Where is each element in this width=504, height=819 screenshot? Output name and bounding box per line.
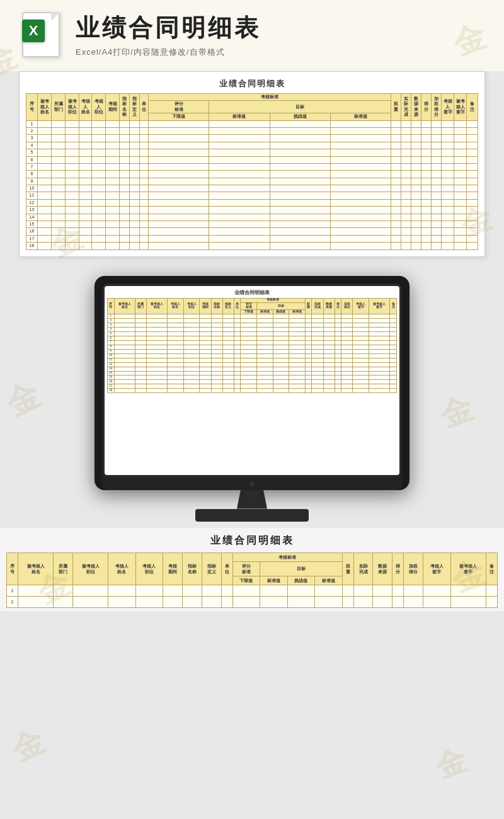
row-cell (454, 235, 467, 242)
row-cell (106, 163, 120, 170)
table-row: 6 (26, 156, 478, 163)
row-cell (66, 135, 79, 142)
row-cell (442, 149, 454, 156)
row-cell (66, 214, 79, 220)
row-cell (401, 163, 411, 170)
row-cell (120, 243, 130, 249)
col-score-challenge: 挑战值 (270, 113, 330, 120)
row-cell (454, 228, 467, 235)
row-cell (454, 207, 467, 214)
row-cell (401, 207, 411, 214)
monitor-table-row: 3 (108, 323, 397, 328)
row-cell (209, 228, 270, 235)
row-cell (120, 149, 130, 156)
row-cell (79, 185, 92, 192)
row-cell (421, 142, 432, 149)
row-cell (130, 221, 140, 228)
row-cell (66, 156, 79, 163)
col-indicator-name: 指标名称 (120, 94, 130, 121)
row-cell (391, 178, 401, 185)
row-cell (130, 127, 140, 134)
row-cell (401, 199, 411, 206)
row-cell (66, 199, 79, 206)
bt-target: 标准值 (260, 576, 287, 585)
row-cell (467, 127, 478, 134)
row-cell (454, 214, 467, 220)
monitor-screen-border: 业绩合同明细表 序号 被考核人姓名 所属部门 被考核人职位 考核人姓名 考核人职… (102, 284, 402, 478)
row-cell (149, 178, 209, 185)
row-cell (270, 156, 330, 163)
bottom-header-1: 序号 被考核人姓名 所属部门 被考核人职位 考核人姓名 考核人职位 考核期间 指… (7, 553, 498, 561)
row-cell (391, 120, 401, 127)
row-cell (66, 235, 79, 242)
row-cell (106, 235, 120, 242)
bt-criteria-group: 考核标准 (232, 553, 342, 561)
table-row: 2 (26, 127, 478, 134)
row-cell (421, 135, 432, 142)
row-cell (270, 221, 330, 228)
monitor-neck (233, 490, 271, 509)
row-cell (52, 207, 66, 214)
row-cell (432, 228, 442, 235)
row-cell (130, 235, 140, 242)
row-cell (442, 142, 454, 149)
monitor-wrapper: 业绩合同明细表 序号 被考核人姓名 所属部门 被考核人职位 考核人姓名 考核人职… (94, 276, 410, 522)
row-cell (38, 171, 52, 178)
row-cell (66, 120, 79, 127)
row-cell (79, 228, 92, 235)
row-cell (270, 243, 330, 249)
row-cell (149, 156, 209, 163)
row-cell (411, 120, 421, 127)
row-cell (209, 127, 270, 134)
row-cell (411, 163, 421, 170)
row-cell (467, 178, 478, 185)
row-cell (149, 127, 209, 134)
bt-examiner-sign: 考核人签字 (423, 553, 450, 585)
row-cell (92, 142, 106, 149)
row-cell (391, 185, 401, 192)
row-cell (130, 135, 140, 142)
row-cell (432, 192, 442, 199)
row-cell (401, 214, 411, 220)
row-cell (330, 163, 391, 170)
monitor-table-row: 10 (108, 353, 397, 358)
row-seq: 1 (26, 120, 38, 127)
row-cell (432, 127, 442, 134)
row-cell (38, 243, 52, 249)
bt-score-std: 评分标准 (232, 561, 260, 576)
row-cell (454, 171, 467, 178)
row-cell (401, 156, 411, 163)
row-cell (454, 178, 467, 185)
bt-actual: 实际完成 (353, 553, 373, 585)
row-cell (52, 142, 66, 149)
row-cell (79, 135, 92, 142)
row-cell (120, 199, 130, 206)
row-cell (106, 243, 120, 249)
row-cell (432, 199, 442, 206)
row-cell (38, 135, 52, 142)
row-cell (149, 243, 209, 249)
row-cell (442, 178, 454, 185)
row-cell (411, 199, 421, 206)
row-cell (140, 127, 149, 134)
row-seq: 9 (26, 178, 38, 185)
row-cell (92, 228, 106, 235)
row-cell (209, 171, 270, 178)
row-cell (79, 171, 92, 178)
row-cell (270, 207, 330, 214)
row-cell (120, 228, 130, 235)
row-cell (106, 149, 120, 156)
row-cell (442, 135, 454, 142)
row-cell (467, 221, 478, 228)
row-cell (330, 214, 391, 220)
col-indicator-def: 指标定义 (130, 94, 140, 121)
col-score-target: 标准值 (209, 113, 270, 120)
row-cell (401, 192, 411, 199)
row-cell (106, 171, 120, 178)
row-cell (52, 178, 66, 185)
row-cell (52, 228, 66, 235)
row-cell (411, 178, 421, 185)
row-cell (330, 192, 391, 199)
row-cell (454, 135, 467, 142)
row-cell (130, 178, 140, 185)
